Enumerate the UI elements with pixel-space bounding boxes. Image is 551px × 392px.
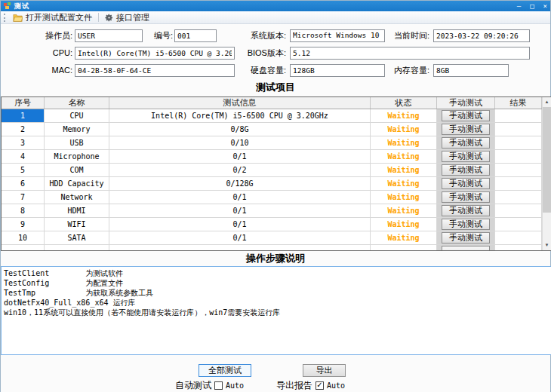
cpu-field[interactable] — [75, 47, 235, 60]
open-config-button[interactable]: 打开测试配置文件 — [9, 11, 96, 23]
row-status: Waiting — [371, 204, 437, 218]
row-name — [45, 245, 109, 251]
row-manual-button[interactable]: 手动测试 — [442, 137, 490, 149]
row-status: Waiting — [371, 218, 437, 231]
export-button[interactable]: 导出 — [303, 364, 346, 377]
col-header-status: 状态 — [371, 97, 437, 109]
row-result — [495, 109, 542, 123]
table-row[interactable]: 9 WIFI 0/1 Waiting 手动测试 — [2, 218, 551, 231]
table-row[interactable]: 6 HDD Capacity 0/128G Waiting 手动测试 — [2, 177, 551, 191]
cpu-label: CPU: — [27, 47, 72, 60]
row-name: USB — [45, 136, 109, 150]
row-status: Waiting — [371, 109, 437, 123]
row-result — [495, 164, 542, 177]
test-table-header: 序号 名称 测试信息 状态 手动测试 结果 — [2, 97, 551, 109]
export-report-checkbox[interactable] — [316, 381, 324, 390]
row-manual-button[interactable]: 手动测试 — [442, 191, 490, 203]
test-all-button[interactable]: 全部测试 — [199, 364, 251, 377]
instructions-box[interactable]: TestClient 为测试软件 TestConfig 为配置文件 TestTm… — [1, 266, 551, 355]
auto-test-checkbox-label: Auto — [226, 381, 244, 390]
bios-field[interactable] — [290, 47, 530, 60]
test-table: 序号 名称 测试信息 状态 手动测试 结果 1 CPU Intel(R) Cor… — [1, 96, 551, 251]
mac-field[interactable] — [75, 64, 235, 77]
scroll-thumb[interactable] — [543, 107, 551, 213]
col-header-result: 结果 — [495, 97, 542, 109]
system-info-form: 操作员: 编号: 系统版本: 当前时间: CPU: BIOS版本: MAC: 硬… — [1, 24, 550, 81]
row-name: CPU — [45, 109, 109, 123]
test-table-body: 1 CPU Intel(R) Core(TM) i5-6500 CPU @ 3.… — [2, 109, 551, 251]
table-scrollbar[interactable]: ▲ ▼ — [542, 97, 551, 250]
table-row[interactable]: 2 Memory 0/8G Waiting 手动测试 — [2, 123, 551, 136]
col-header-manual: 手动测试 — [437, 97, 495, 109]
table-row[interactable]: 5 COM 0/2 Waiting 手动测试 — [2, 164, 551, 177]
table-row[interactable]: 8 HDMI 0/1 Waiting 手动测试 — [2, 204, 551, 218]
row-result — [495, 245, 542, 251]
row-no: 6 — [2, 177, 45, 191]
row-manual-cell: 手动测试 — [437, 150, 495, 164]
row-result — [495, 218, 542, 231]
operator-field[interactable] — [75, 29, 143, 42]
row-result — [495, 150, 542, 164]
row-info: 0/1 — [109, 218, 371, 231]
operator-label: 操作员: — [27, 29, 72, 42]
number-field[interactable] — [174, 29, 217, 42]
row-status: Waiting — [371, 164, 437, 177]
open-config-label: 打开测试配置文件 — [26, 12, 92, 23]
ram-field[interactable] — [433, 64, 509, 77]
row-no: 1 — [2, 109, 45, 123]
number-label: 编号: — [143, 29, 173, 42]
row-manual-cell: 手动测试 — [437, 109, 495, 123]
row-no: 5 — [2, 164, 45, 177]
row-name: COM — [45, 164, 109, 177]
row-info — [109, 245, 371, 251]
table-row[interactable] — [2, 245, 551, 251]
auto-test-checkbox[interactable] — [214, 381, 223, 390]
maximize-button[interactable]: □ — [530, 1, 534, 11]
row-manual-button[interactable]: 手动测试 — [442, 205, 490, 216]
row-status: Waiting — [371, 123, 437, 136]
row-manual-button[interactable]: 手动测试 — [442, 219, 490, 230]
row-manual-button[interactable]: 手动测试 — [442, 124, 490, 135]
table-row[interactable]: 3 USB 0/10 Waiting 手动测试 — [2, 136, 551, 150]
scroll-down-icon[interactable]: ▼ — [543, 240, 551, 250]
auto-test-group: 自动测试 Auto — [175, 380, 244, 390]
row-no: 9 — [2, 218, 45, 231]
time-field[interactable] — [433, 29, 530, 42]
row-manual-button[interactable] — [442, 246, 490, 251]
row-manual-button[interactable]: 手动测试 — [442, 178, 490, 189]
minimize-button[interactable]: – — [517, 1, 521, 11]
row-manual-cell: 手动测试 — [437, 123, 495, 136]
row-result — [495, 191, 542, 204]
row-manual-button[interactable]: 手动测试 — [442, 232, 490, 243]
row-name: HDD Capacity — [45, 177, 109, 191]
row-info: Intel(R) Core(TM) i5-6500 CPU @ 3.20GHz — [109, 109, 371, 123]
os-label: 系统版本: — [241, 29, 286, 42]
row-info: 0/1 — [109, 204, 371, 218]
row-manual-button[interactable]: 手动测试 — [442, 110, 490, 121]
os-field[interactable] — [290, 29, 385, 42]
row-name: WIFI — [45, 218, 109, 231]
app-icon — [4, 2, 11, 10]
row-manual-cell — [437, 245, 495, 251]
table-row[interactable]: 10 SATA 0/1 Waiting 手动测试 — [2, 231, 551, 245]
toolbar: 打开测试配置文件 接口管理 — [1, 11, 550, 24]
row-result — [495, 177, 542, 191]
hdd-field[interactable] — [290, 64, 385, 77]
row-result — [495, 136, 542, 150]
interface-mgmt-button[interactable]: 接口管理 — [101, 11, 153, 23]
table-row[interactable]: 7 Network 0/1 Waiting 手动测试 — [2, 191, 551, 204]
table-row[interactable]: 4 Microphone 0/1 Waiting 手动测试 — [2, 150, 551, 164]
row-manual-button[interactable]: 手动测试 — [442, 151, 490, 162]
row-no: 7 — [2, 191, 45, 204]
row-manual-button[interactable]: 手动测试 — [442, 164, 490, 176]
close-button[interactable]: × — [543, 1, 547, 11]
row-name: Network — [45, 191, 109, 204]
bios-label: BIOS版本: — [241, 47, 286, 60]
test-section-title: 测试项目 — [1, 81, 550, 94]
scroll-up-icon[interactable]: ▲ — [543, 97, 551, 107]
row-no: 8 — [2, 204, 45, 218]
row-result — [495, 123, 542, 136]
table-row[interactable]: 1 CPU Intel(R) Core(TM) i5-6500 CPU @ 3.… — [2, 109, 551, 123]
interface-mgmt-label: 接口管理 — [116, 12, 149, 23]
row-status: Waiting — [371, 191, 437, 204]
